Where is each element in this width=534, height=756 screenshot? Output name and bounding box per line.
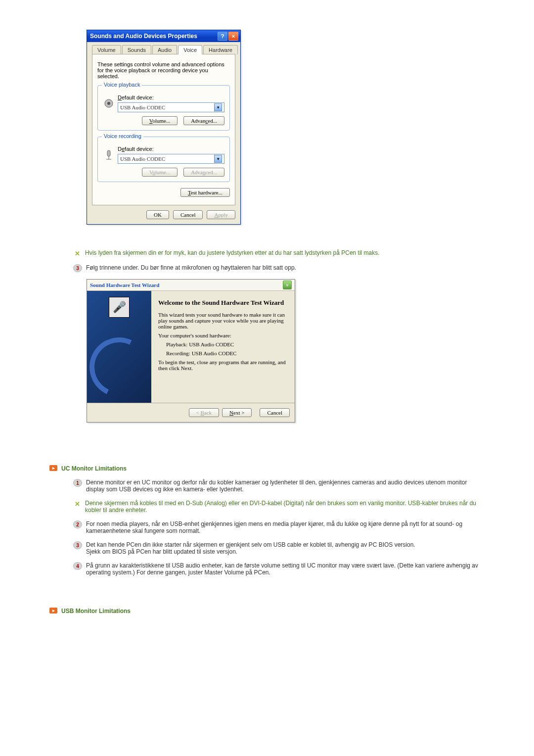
test-hardware-button[interactable]: Test hardware... [180,188,230,197]
microphone-icon: 🎤 [109,297,130,318]
tab-hardware[interactable]: Hardware [203,45,238,54]
chevron-down-icon: ▾ [214,103,222,111]
step-number-icon: 1 [73,479,82,487]
step-number-icon: 4 [73,562,82,570]
uc-item-4: 4 På grunn av karakteristikkene til USB … [49,562,485,576]
ok-button[interactable]: OK [146,210,169,219]
uc-note-1: ✕ Denne skjermen må kobles til med en D-… [49,500,485,514]
recording-device-value: USB Audio CODEC [120,156,165,162]
step-number-icon: 3 [73,541,82,549]
next-button[interactable]: Next > [222,408,252,417]
soundwave-icon [81,329,157,405]
wizard-begin-text: To begin the test, close any programs th… [158,359,288,371]
close-icon[interactable]: × [228,32,238,41]
sound-audio-properties-dialog: Sounds and Audio Devices Properties ? × … [87,30,241,225]
svg-point-1 [107,102,110,105]
microphone-icon [103,149,115,161]
help-icon[interactable]: ? [218,32,227,41]
cancel-button[interactable]: Cancel [173,210,203,219]
note-icon: ✕ [73,500,81,508]
dialog-title: Sounds and Audio Devices Properties [90,33,197,40]
uc-item-3: 3 Det kan hende PCen din ikke starter nå… [49,541,485,555]
uc-item-2: 2 For noen media players, når en USB-enh… [49,520,485,534]
uc-item-1: 1 Denne monitor er en UC monitor og derf… [49,479,485,493]
speaker-icon [103,97,115,109]
svg-rect-2 [107,150,110,156]
playback-device-value: USB Audio CODEC [120,104,165,110]
recording-device-select[interactable]: USB Audio CODEC ▾ [118,154,224,164]
wizard-title: Sound Hardware Test Wizard [90,282,159,288]
wizard-recording-device: Recording: USB Audio CODEC [166,350,288,356]
wizard-side-graphic: 🎤 [87,291,151,403]
chevron-down-icon: ▾ [214,155,222,163]
section-arrow-icon: ▸ [49,608,57,614]
wizard-heading: Welcome to the Sound Hardware Test Wizar… [158,299,288,307]
section-usb-heading: ▸ USB Monitor Limitations [49,608,485,614]
wizard-hardware-label: Your computer's sound hardware: [158,332,288,338]
playback-volume-button[interactable]: Volume... [142,116,178,125]
tab-panel-voice: These settings control volume and advanc… [92,54,235,205]
step-number-icon: 2 [73,520,82,528]
group-voice-recording: Voice recording Default device: USB Audi… [97,137,230,182]
recording-default-label: Default device: [118,146,224,152]
recording-volume-button[interactable]: Volume... [142,168,178,177]
playback-default-label: Default device: [118,94,224,100]
step-3: 3 Følg trinnene under. Du bør finne at m… [49,264,485,272]
section-uc-heading: ▸ UC Monitor Limitations [49,465,485,472]
back-button[interactable]: < Back [189,408,220,417]
tab-audio[interactable]: Audio [152,45,177,54]
group-title-recording: Voice recording [102,133,143,139]
tab-volume[interactable]: Volume [92,45,121,54]
wizard-intro-text: This wizard tests your sound hardware to… [158,312,288,330]
section-arrow-icon: ▸ [49,465,57,471]
wizard-playback-device: Playback: USB Audio CODEC [166,341,288,347]
tab-sounds[interactable]: Sounds [122,45,151,54]
playback-advanced-button[interactable]: Advanced... [183,116,224,125]
note-icon: ✕ [73,249,81,257]
sound-hardware-test-wizard: Sound Hardware Test Wizard × 🎤 Welcome t… [87,279,295,423]
note-adjust-volume: ✕ Hvis lyden fra skjermen din er for myk… [49,249,485,257]
close-icon[interactable]: × [283,281,292,289]
step-number-icon: 3 [73,264,82,272]
group-title-playback: Voice playback [102,82,142,88]
wizard-titlebar: Sound Hardware Test Wizard × [87,280,295,291]
cancel-button[interactable]: Cancel [260,408,290,417]
recording-advanced-button[interactable]: Advanced... [183,168,224,177]
uc-item-3b: Sjekk om BIOS på PCen har blitt updated … [86,548,237,555]
dialog-titlebar: Sounds and Audio Devices Properties ? × [87,30,240,42]
tab-voice[interactable]: Voice [178,45,202,54]
playback-device-select[interactable]: USB Audio CODEC ▾ [118,102,224,112]
group-voice-playback: Voice playback Default device: USB Audio… [97,85,230,131]
uc-item-3a: Det kan hende PCen din ikke starter når … [86,541,415,548]
apply-button[interactable]: Apply [207,210,235,219]
voice-description: These settings control volume and advanc… [97,61,230,79]
